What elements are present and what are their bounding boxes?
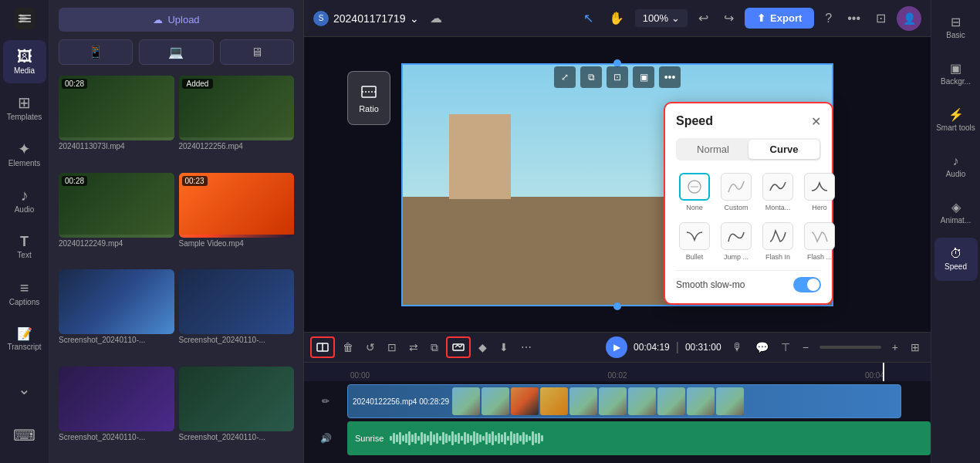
sidebar-item-media[interactable]: 🖼 Media [3,40,46,83]
fullscreen-btn[interactable]: ⤢ [554,66,576,88]
sidebar-item-templates[interactable]: ⊞ Templates [3,86,46,130]
speed-item-jump[interactable]: Jump ... [718,219,755,264]
help-btn[interactable]: ? [820,7,836,30]
loop-btn[interactable]: ↺ [361,338,380,357]
tablet-device-btn[interactable]: 💻 [139,39,213,65]
captions-timeline-btn[interactable]: 💬 [751,338,773,357]
speed-item-flash-out[interactable]: Flash ... [801,219,838,264]
export-label: Export [770,12,802,24]
upload-button[interactable]: ☁ Upload [59,8,294,32]
export-button[interactable]: ⬆ Export [745,8,814,29]
media-thumb-4[interactable] [59,269,174,334]
speed-item-custom[interactable]: Custom [718,170,755,215]
download-btn[interactable]: ⬇ [495,338,513,357]
export-upload-icon: ⬆ [757,12,765,24]
layout-btn[interactable]: ⊡ [871,6,890,30]
delete-btn[interactable]: 🗑 [338,338,358,357]
hand-tool-btn[interactable]: ✋ [604,6,629,30]
group-btn[interactable]: ▣ [633,66,654,88]
total-time-value: 00:31:00 [685,342,721,353]
sidebar-item-captions[interactable]: ≡ Captions [3,272,46,315]
speed-item-bullet[interactable]: Bullet [676,219,713,264]
zoom-control[interactable]: 100% ⌄ [635,9,688,27]
desktop-device-btn[interactable]: 🖥 [220,39,294,65]
right-audio-icon: ♪ [953,155,959,167]
media-thumb-3[interactable]: 00:23 [179,173,295,238]
more-timeline-btn[interactable]: ⋯ [516,338,536,357]
speed-item-montage[interactable]: Monta... [759,170,796,215]
play-icon: ▶ [613,342,620,353]
video-track: 20240122256.mp4 00:28:29 [347,384,901,418]
media-thumb-2[interactable]: 00:28 [59,173,174,238]
preview-more-btn[interactable]: ••• [659,66,681,88]
audio-track-volume-btn[interactable]: 🔊 [316,430,336,447]
sidebar-item-keyboard[interactable]: ⌨ [3,414,46,457]
right-sidebar-label-audio: Audio [946,170,966,178]
speed-close-btn[interactable]: ✕ [811,114,821,129]
video-thumb-2 [482,387,509,415]
split2-btn[interactable]: ⊤ [776,338,795,357]
media-thumb-5[interactable] [179,269,295,334]
play-pause-btn[interactable]: ▶ [606,336,627,358]
mic-btn[interactable]: 🎙 [728,338,748,357]
keyboard-icon: ⌨ [13,428,35,443]
keyframe-btn[interactable]: ◆ [474,338,492,357]
speed-label-custom: Custom [724,204,748,211]
project-name[interactable]: S 202401171719 ⌄ [313,11,419,26]
flip-btn[interactable]: ⇄ [404,338,423,357]
media-thumb-7[interactable] [179,367,295,431]
speed-label-bullet: Bullet [686,253,704,261]
speed-item-hero[interactable]: Hero [801,170,838,215]
zoom-out-btn[interactable]: − [798,338,813,357]
zoom-slider[interactable] [819,346,881,349]
zoom-in-btn[interactable]: + [887,338,903,357]
speed-timeline-btn[interactable] [446,336,471,358]
pip-btn[interactable]: ⧉ [580,66,602,88]
sidebar-item-audio[interactable]: ♪ Audio [3,179,46,222]
speed-icon-bullet [679,222,710,250]
zoom-level: 100% [643,12,668,24]
audio-track-content[interactable]: Sunrise [347,421,931,455]
sidebar-label-text: Text [17,251,31,259]
split-btn[interactable] [310,336,335,358]
audio-track-controls: 🔊 [304,430,347,447]
right-sidebar-item-audio[interactable]: ♪ Audio [934,145,978,188]
right-sidebar-item-background[interactable]: ▣ Backgr... [934,52,978,96]
left-sidebar: 🖼 Media ⊞ Templates ✦ Elements ♪ Audio T… [0,0,49,463]
video-track-edit-btn[interactable]: ✏ [317,393,334,410]
redo-btn[interactable]: ↪ [719,6,738,30]
video-track-content[interactable]: 20240122256.mp4 00:28:29 [347,384,931,418]
sidebar-item-transcript[interactable]: 📝 Transcript [3,318,46,361]
speed-tab-curve[interactable]: Curve [749,140,819,159]
media-thumb-6[interactable] [59,367,174,431]
media-thumb-0[interactable]: 00:28 [59,76,174,140]
undo-btn[interactable]: ↩ [694,6,713,30]
sidebar-item-collapse[interactable]: ⌄ [3,367,46,411]
speed-icon-hero [804,173,835,201]
speed-tab-normal[interactable]: Normal [678,140,749,159]
right-sidebar-item-speed[interactable]: ⏱ Speed [934,238,978,281]
crop-btn[interactable]: ⊡ [607,66,628,88]
crop-timeline-btn[interactable]: ⊡ [383,338,401,357]
right-sidebar-item-smart-tools[interactable]: ⚡ Smart tools [934,99,978,142]
media-thumb-1[interactable]: Added [179,76,295,140]
user-avatar[interactable]: 👤 [897,6,921,31]
speed-item-flash-in[interactable]: Flash In [759,219,796,264]
handle-bottom-middle[interactable] [613,302,621,310]
main-content: S 202401171719 ⌄ ☁ ↖ ✋ 100% ⌄ ↩ ↪ ⬆ Expo… [304,0,931,463]
speed-item-none[interactable]: None [676,170,713,215]
cloud-save-btn[interactable]: ☁ [425,6,447,30]
mobile-device-btn[interactable]: 📱 [59,39,133,65]
sidebar-item-text[interactable]: T Text [3,225,46,269]
ratio-button[interactable]: Ratio [347,71,390,125]
right-sidebar-item-basic[interactable]: ⊟ Basic [934,6,978,49]
sidebar-item-elements[interactable]: ✦ Elements [3,133,46,176]
fit-btn[interactable]: ⊞ [906,338,924,357]
more-options-btn[interactable]: ••• [843,7,865,30]
device-row: 📱 💻 🖥 [49,39,303,71]
split-icon [316,341,329,353]
duplicate-btn[interactable]: ⧉ [426,338,443,357]
cursor-tool-btn[interactable]: ↖ [579,6,598,30]
smooth-toggle[interactable] [793,277,821,292]
right-sidebar-item-animate[interactable]: ◈ Animat... [934,191,978,235]
